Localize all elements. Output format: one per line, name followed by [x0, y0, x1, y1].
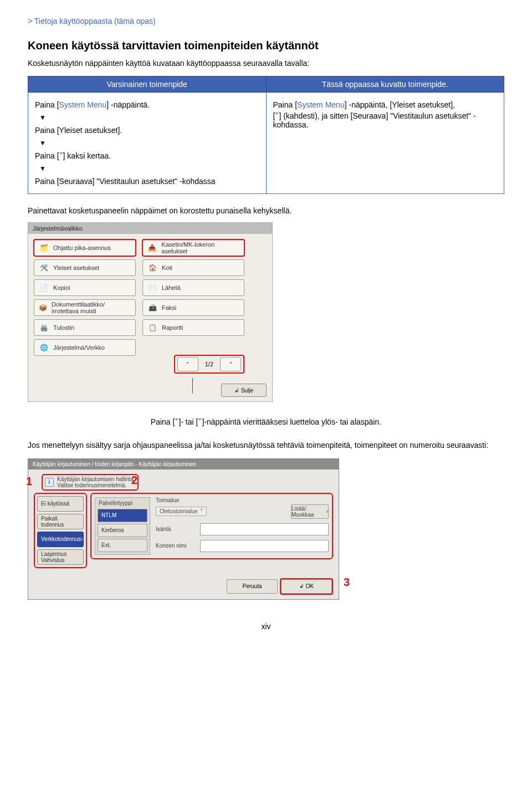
- enter-icon: ↲: [299, 583, 304, 589]
- tools-icon: 🛠️: [39, 263, 49, 273]
- page-down-button[interactable]: ˅: [220, 357, 241, 371]
- network-icon: 🌐: [39, 343, 49, 353]
- server-type-label: Palvelintyyppi: [98, 500, 147, 507]
- folder-icon: 🗂️: [39, 243, 49, 253]
- screenshot-login-settings: Käyttäjän kirjautuminen / töiden kirjanp…: [28, 458, 339, 600]
- box-icon: 📦: [39, 303, 47, 313]
- menu-item-system-network[interactable]: 🌐 Järjestelmä/Verkko: [34, 339, 136, 356]
- menu-item-report[interactable]: 📋 Raportti: [142, 319, 244, 336]
- menu-item-printer[interactable]: 🖨️ Tulostin: [34, 319, 136, 336]
- section-title: Koneen käytössä tarvittavien toimenpitei…: [28, 39, 504, 52]
- send-icon: ✉️: [147, 283, 157, 293]
- copy-icon: 📄: [39, 283, 49, 293]
- comparison-table: Varsinainen toimenpide Tässä oppaassa ku…: [28, 76, 504, 194]
- menu-item-document-box[interactable]: 📦 Dokumenttilaatikko/ irrotettava muisti: [34, 299, 136, 316]
- close-button[interactable]: ↲ Sulje: [221, 384, 267, 397]
- host-label: Isäntä: [156, 526, 195, 532]
- server-option-ntlm[interactable]: NTLM: [98, 509, 147, 522]
- arrow-down-icon: ▼: [39, 165, 46, 172]
- cancel-button[interactable]: Peruuta: [227, 579, 278, 594]
- machine-name-label: Koneen nimi: [156, 543, 195, 549]
- chevron-right-icon: ›: [326, 508, 328, 514]
- chevron-right-icon: ›: [81, 536, 83, 542]
- screenshot2-title: Käyttäjän kirjautuminen / töiden kirjanp…: [28, 459, 339, 469]
- screenshot-system-menu: Järjestelmävalikko 🗂️ Ohjattu pika-asenn…: [28, 222, 273, 402]
- tab-off[interactable]: Ei käytössä: [37, 496, 84, 512]
- menu-item-send[interactable]: ✉️ Lähetä: [142, 279, 244, 296]
- ok-button[interactable]: ↲ OK: [281, 579, 332, 594]
- fax-icon: 📠: [147, 303, 157, 313]
- tray-icon: 📥: [147, 243, 157, 253]
- numbered-steps-intro: Jos menettelyyn sisältyy sarja ohjauspan…: [28, 440, 504, 452]
- menu-item-general-settings[interactable]: 🛠️ Yleiset asetukset: [34, 259, 136, 276]
- table-body-left: Paina [System Menu] -näppäintä. ▼ Paina …: [28, 93, 267, 194]
- domain-label: Toimialue: [156, 497, 195, 503]
- callout-line: [192, 378, 193, 394]
- chevron-down-icon: ˅: [200, 508, 203, 514]
- tabs-column: Ei käytössä Paikall. todennus Verkkotode…: [35, 494, 86, 567]
- menu-item-home[interactable]: 🏠 Koti: [142, 259, 244, 276]
- step-number-1: 1: [26, 475, 32, 488]
- menu-item-quick-setup[interactable]: 🗂️ Ohjattu pika-asennus: [34, 239, 136, 256]
- server-type-box: Palvelintyyppi NTLM Kerberos Ext.: [95, 497, 150, 555]
- printer-icon: 🖨️: [39, 323, 49, 333]
- screenshot-title: Järjestelmävalikko: [28, 223, 272, 234]
- server-option-ext[interactable]: Ext.: [98, 539, 147, 552]
- page-number: xiv: [28, 622, 504, 631]
- pager-group: ˄ 1/2 ˅: [174, 355, 244, 374]
- tab-extension-auth[interactable]: Laajennus Vahvistus: [37, 549, 84, 565]
- server-option-kerberos[interactable]: Kerberos: [98, 524, 147, 537]
- menu-item-fax[interactable]: 📠 Faksi: [142, 299, 244, 316]
- home-icon: 🏠: [147, 263, 157, 273]
- intro-text: Kosketusnäytön näppäinten käyttöä kuvata…: [28, 58, 504, 69]
- table-header-left: Varsinainen toimenpide: [28, 76, 267, 93]
- tab-local-auth[interactable]: Paikall. todennus: [37, 514, 84, 529]
- chevron-up-icon: ˄: [186, 361, 189, 368]
- arrow-down-icon: ▼: [39, 114, 46, 121]
- add-edit-button[interactable]: Lisää/ Muokkaa ›: [291, 504, 329, 519]
- page-indicator: 1/2: [202, 361, 217, 368]
- chevron-down-icon: ˅: [229, 361, 232, 368]
- table-body-right: Paina [System Menu] -näppäintä, [Yleiset…: [266, 93, 504, 194]
- host-input[interactable]: [200, 523, 329, 535]
- breadcrumb: > Tietoja käyttöoppaasta (tämä opas): [28, 17, 504, 25]
- settings-panel: Palvelintyyppi NTLM Kerberos Ext. Toimia…: [91, 494, 332, 558]
- report-icon: 📋: [147, 323, 157, 333]
- page-up-button[interactable]: ˄: [177, 357, 198, 371]
- table-header-right: Tässä oppaassa kuvattu toimenpide.: [266, 76, 504, 93]
- info-icon: i: [45, 478, 54, 487]
- domain-dropdown[interactable]: Oletustoimialue ˅: [156, 507, 207, 516]
- arrow-down-icon: ▼: [39, 139, 46, 147]
- pager-note: Paina [˄]- tai [˅]-näppäintä vierittääks…: [28, 417, 504, 426]
- step-number-2: 2: [131, 474, 137, 487]
- menu-item-cassette-settings[interactable]: 📥 Kasetin/MK-lokeron asetukset: [142, 239, 244, 256]
- step-number-3: 3: [344, 576, 350, 589]
- enter-icon: ↲: [234, 387, 239, 394]
- tab-network-auth[interactable]: Verkkotodennus ›: [37, 532, 84, 547]
- panel-caption: Painettavat kosketuspaneelin näppäimet o…: [28, 205, 504, 217]
- menu-item-copy[interactable]: 📄 Kopioi: [34, 279, 136, 296]
- machine-name-input[interactable]: [200, 540, 329, 552]
- info-text: Käyttäjän kirjautumisen hallinta. Valits…: [57, 476, 135, 488]
- chevron-down-icon: ˅: [59, 151, 63, 160]
